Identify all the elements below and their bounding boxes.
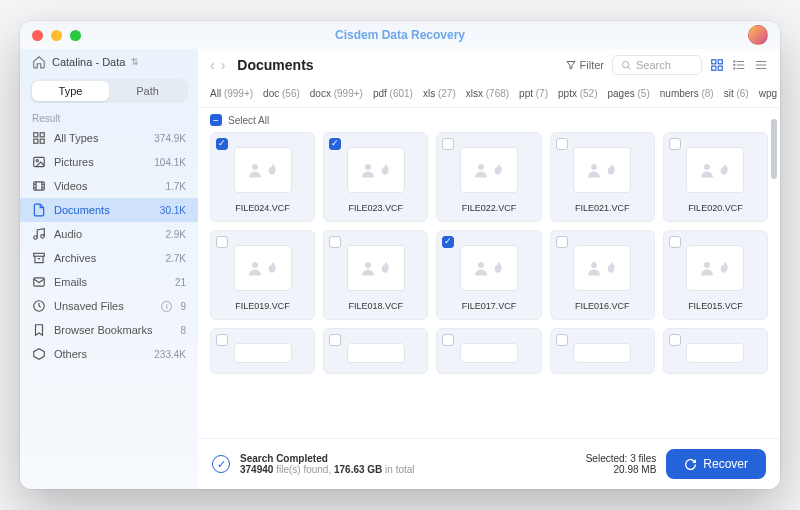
file-checkbox[interactable] bbox=[329, 334, 341, 346]
sidebar-item-count: 30.1K bbox=[160, 205, 186, 216]
recover-button[interactable]: Recover bbox=[666, 449, 766, 479]
file-card[interactable] bbox=[663, 328, 768, 374]
section-label: Result bbox=[20, 109, 198, 126]
file-checkbox[interactable] bbox=[216, 138, 228, 150]
zoom-button[interactable] bbox=[70, 30, 81, 41]
sidebar-item-emails[interactable]: Emails 21 bbox=[20, 270, 198, 294]
file-card[interactable]: FILE018.VCF bbox=[323, 230, 428, 320]
tab-xlsx[interactable]: xlsx (768) bbox=[466, 88, 509, 99]
svg-point-28 bbox=[478, 164, 484, 170]
sidebar-item-pictures[interactable]: Pictures 104.1K bbox=[20, 150, 198, 174]
file-card[interactable] bbox=[323, 328, 428, 374]
file-checkbox[interactable] bbox=[669, 334, 681, 346]
svg-point-34 bbox=[591, 262, 597, 268]
sidebar-item-unsaved-files[interactable]: Unsaved Files i 9 bbox=[20, 294, 198, 318]
window-title: Cisdem Data Recovery bbox=[20, 28, 780, 42]
sidebar-item-all-types[interactable]: All Types 374.9K bbox=[20, 126, 198, 150]
file-name: FILE023.VCF bbox=[349, 203, 404, 213]
tab-pages[interactable]: pages (5) bbox=[608, 88, 650, 99]
file-checkbox[interactable] bbox=[556, 138, 568, 150]
page-title: Documents bbox=[237, 57, 313, 73]
file-card[interactable]: FILE021.VCF bbox=[550, 132, 655, 222]
tab-sit[interactable]: sit (6) bbox=[724, 88, 749, 99]
file-checkbox[interactable] bbox=[329, 138, 341, 150]
tab-numbers[interactable]: numbers (8) bbox=[660, 88, 714, 99]
close-button[interactable] bbox=[32, 30, 43, 41]
svg-point-21 bbox=[734, 64, 735, 65]
file-thumbnail bbox=[573, 147, 631, 193]
sidebar-item-label: Others bbox=[54, 348, 146, 360]
file-card[interactable] bbox=[210, 328, 315, 374]
svg-rect-6 bbox=[34, 182, 45, 190]
tab-ppt[interactable]: ppt (7) bbox=[519, 88, 548, 99]
tab-xls[interactable]: xls (27) bbox=[423, 88, 456, 99]
nav-forward[interactable]: › bbox=[221, 57, 226, 73]
file-name: FILE021.VCF bbox=[575, 203, 630, 213]
file-checkbox[interactable] bbox=[216, 334, 228, 346]
file-card[interactable]: FILE015.VCF bbox=[663, 230, 768, 320]
file-name: FILE017.VCF bbox=[462, 301, 517, 311]
file-checkbox[interactable] bbox=[442, 334, 454, 346]
tab-docx[interactable]: docx (999+) bbox=[310, 88, 363, 99]
file-card[interactable] bbox=[550, 328, 655, 374]
svg-point-31 bbox=[252, 262, 258, 268]
scrollbar[interactable] bbox=[771, 109, 777, 433]
view-list[interactable] bbox=[732, 58, 746, 72]
search-input[interactable]: Search bbox=[612, 55, 702, 75]
filter-button[interactable]: Filter bbox=[565, 59, 604, 71]
sidebar-item-others[interactable]: Others 233.4K bbox=[20, 342, 198, 366]
minimize-button[interactable] bbox=[51, 30, 62, 41]
other-icon bbox=[32, 347, 46, 361]
file-card[interactable] bbox=[436, 328, 541, 374]
nav-back[interactable]: ‹ bbox=[210, 57, 215, 73]
avatar[interactable] bbox=[748, 25, 768, 45]
tab-pdf[interactable]: pdf (601) bbox=[373, 88, 413, 99]
file-card[interactable]: FILE024.VCF bbox=[210, 132, 315, 222]
file-checkbox[interactable] bbox=[556, 334, 568, 346]
svg-point-29 bbox=[591, 164, 597, 170]
sidebar-item-audio[interactable]: Audio 2.9K bbox=[20, 222, 198, 246]
file-checkbox[interactable] bbox=[329, 236, 341, 248]
file-checkbox[interactable] bbox=[669, 138, 681, 150]
location-name: Catalina - Data bbox=[52, 56, 125, 68]
file-card[interactable]: FILE022.VCF bbox=[436, 132, 541, 222]
file-card[interactable]: FILE023.VCF bbox=[323, 132, 428, 222]
svg-point-30 bbox=[704, 164, 710, 170]
sidebar-item-label: Emails bbox=[54, 276, 167, 288]
file-checkbox[interactable] bbox=[669, 236, 681, 248]
sidebar-item-archives[interactable]: Archives 2.7K bbox=[20, 246, 198, 270]
sidebar-item-label: Audio bbox=[54, 228, 157, 240]
filter-icon bbox=[565, 59, 577, 71]
file-name: FILE022.VCF bbox=[462, 203, 517, 213]
file-name: FILE016.VCF bbox=[575, 301, 630, 311]
file-name: FILE015.VCF bbox=[688, 301, 743, 311]
svg-point-22 bbox=[734, 68, 735, 69]
view-details[interactable] bbox=[754, 58, 768, 72]
sidebar-item-documents[interactable]: Documents 30.1K bbox=[20, 198, 198, 222]
file-card[interactable]: FILE017.VCF bbox=[436, 230, 541, 320]
view-grid[interactable] bbox=[710, 58, 724, 72]
seg-path[interactable]: Path bbox=[109, 81, 186, 101]
file-card[interactable]: FILE019.VCF bbox=[210, 230, 315, 320]
tab-wpg[interactable]: wpg (2) bbox=[759, 88, 780, 99]
info-icon[interactable]: i bbox=[161, 301, 172, 312]
location-selector[interactable]: Catalina - Data ⇅ bbox=[20, 49, 198, 75]
tab-doc[interactable]: doc (56) bbox=[263, 88, 300, 99]
sidebar-item-label: Unsaved Files bbox=[54, 300, 156, 312]
sidebar-item-label: Archives bbox=[54, 252, 157, 264]
sidebar-item-browser-bookmarks[interactable]: Browser Bookmarks 8 bbox=[20, 318, 198, 342]
select-all-checkbox[interactable]: − bbox=[210, 114, 222, 126]
file-card[interactable]: FILE020.VCF bbox=[663, 132, 768, 222]
file-checkbox[interactable] bbox=[556, 236, 568, 248]
file-checkbox[interactable] bbox=[216, 236, 228, 248]
sidebar-item-videos[interactable]: Videos 1.7K bbox=[20, 174, 198, 198]
tab-all[interactable]: All (999+) bbox=[210, 88, 253, 99]
tab-pptx[interactable]: pptx (52) bbox=[558, 88, 597, 99]
sidebar-item-label: Videos bbox=[54, 180, 157, 192]
file-thumbnail bbox=[686, 147, 744, 193]
file-card[interactable]: FILE016.VCF bbox=[550, 230, 655, 320]
seg-type[interactable]: Type bbox=[32, 81, 109, 101]
file-checkbox[interactable] bbox=[442, 138, 454, 150]
file-checkbox[interactable] bbox=[442, 236, 454, 248]
sidebar-item-label: Pictures bbox=[54, 156, 146, 168]
